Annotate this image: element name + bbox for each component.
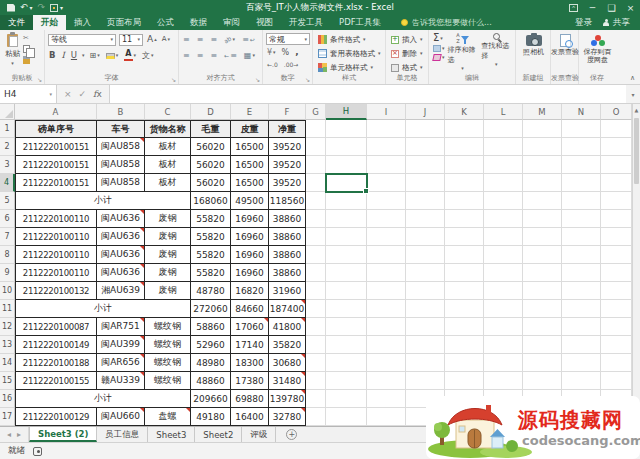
cell-O2[interactable] — [601, 138, 632, 156]
cell-O12[interactable] — [601, 318, 632, 336]
cell-M6[interactable] — [523, 210, 562, 228]
cell-G10[interactable] — [306, 282, 326, 300]
find-select-button[interactable]: 查找和选择 ▾ — [479, 33, 513, 67]
cell-B9[interactable]: 闽AU636 — [97, 264, 145, 282]
cell-D14[interactable]: 48980 — [191, 354, 231, 372]
tab-开发工具[interactable]: 开发工具 — [281, 15, 331, 30]
cell-D16[interactable]: 209660 — [191, 390, 231, 408]
row-header-3[interactable]: 3 — [0, 156, 15, 174]
cell-E8[interactable]: 16960 — [231, 246, 269, 264]
cell-E9[interactable]: 16960 — [231, 264, 269, 282]
cell-F15[interactable]: 31480 — [269, 372, 306, 390]
cell-K6[interactable] — [445, 210, 484, 228]
cell-B1[interactable]: 车号 — [97, 120, 145, 138]
cell-H9[interactable] — [326, 264, 367, 282]
restore-button[interactable]: ❑ — [602, 0, 621, 15]
cell-I10[interactable] — [367, 282, 406, 300]
cell-I1[interactable] — [367, 120, 406, 138]
cell-A8[interactable]: 2112220100110 — [15, 246, 97, 264]
cell-N10[interactable] — [562, 282, 601, 300]
cell-E3[interactable]: 16500 — [231, 156, 269, 174]
cell-C8[interactable]: 废钢 — [145, 246, 191, 264]
row-header-4[interactable]: 4 — [0, 174, 15, 192]
cut-button[interactable]: ✂ — [22, 35, 35, 42]
cell-C17[interactable]: 盘螺 — [145, 408, 191, 426]
cell-B6[interactable]: 闽AU636 — [97, 210, 145, 228]
cell-I11[interactable] — [367, 300, 406, 318]
cell-C15[interactable]: 螺纹钢 — [145, 372, 191, 390]
cell-M3[interactable] — [523, 156, 562, 174]
cell-K7[interactable] — [445, 228, 484, 246]
new-sheet-button[interactable]: + — [286, 427, 297, 442]
tab-页面布局[interactable]: 页面布局 — [99, 15, 149, 30]
tab-审阅[interactable]: 审阅 — [215, 15, 248, 30]
row-header-11[interactable]: 11 — [0, 300, 15, 318]
cell-C12[interactable]: 螺纹钢 — [145, 318, 191, 336]
cell-H2[interactable] — [326, 138, 367, 156]
cell-I6[interactable] — [367, 210, 406, 228]
row-header-6[interactable]: 6 — [0, 210, 15, 228]
cell-D15[interactable]: 48860 — [191, 372, 231, 390]
cell-L1[interactable] — [484, 120, 523, 138]
cell-N1[interactable] — [562, 120, 601, 138]
shrink-font-button[interactable]: A▾ — [161, 36, 171, 43]
autosum-button[interactable]: Σ▾ — [432, 33, 446, 43]
invoice-check-button[interactable]: 发票查验 — [549, 33, 581, 56]
row-header-2[interactable]: 2 — [0, 138, 15, 156]
cell-G5[interactable] — [306, 192, 326, 210]
cell-F10[interactable]: 31960 — [269, 282, 306, 300]
cell-B4[interactable]: 闽AU858 — [97, 174, 145, 192]
cell-J13[interactable] — [406, 336, 445, 354]
cell-A4[interactable]: 2112220100151 — [15, 174, 97, 192]
cell-I12[interactable] — [367, 318, 406, 336]
cell-J9[interactable] — [406, 264, 445, 282]
row-header-7[interactable]: 7 — [0, 228, 15, 246]
cell-E5[interactable]: 49500 — [231, 192, 269, 210]
cell-G7[interactable] — [306, 228, 326, 246]
align-top-button[interactable]: ≡ — [182, 36, 191, 44]
camera-button[interactable]: 照相机 — [521, 33, 546, 57]
cell-N9[interactable] — [562, 264, 601, 282]
cell-A5-subtotal[interactable]: 小计 — [15, 192, 191, 210]
cell-K12[interactable] — [445, 318, 484, 336]
cell-K10[interactable] — [445, 282, 484, 300]
cell-N4[interactable] — [562, 174, 601, 192]
accounting-format-button[interactable]: ¥▾ — [266, 49, 277, 57]
cell-D2[interactable]: 56020 — [191, 138, 231, 156]
cell-E12[interactable]: 17060 — [231, 318, 269, 336]
sign-in-link[interactable]: 登录 — [575, 17, 592, 29]
share-button[interactable]: 共享 — [602, 17, 630, 29]
cell-A2[interactable]: 2112220100151 — [15, 138, 97, 156]
cell-J4[interactable] — [406, 174, 445, 192]
decrease-indent-button[interactable]: ←≡ — [223, 52, 238, 60]
cell-O9[interactable] — [601, 264, 632, 282]
cell-L3[interactable] — [484, 156, 523, 174]
cell-I2[interactable] — [367, 138, 406, 156]
cell-K3[interactable] — [445, 156, 484, 174]
cell-J11[interactable] — [406, 300, 445, 318]
cell-I3[interactable] — [367, 156, 406, 174]
cell-B14[interactable]: 闽AR656 — [97, 354, 145, 372]
delete-cells-button[interactable]: ×删除▾ — [389, 47, 426, 60]
cell-H7[interactable] — [326, 228, 367, 246]
cell-L9[interactable] — [484, 264, 523, 282]
font-dialog-launcher-icon[interactable]: ↘ — [171, 77, 176, 83]
cell-J10[interactable] — [406, 282, 445, 300]
cell-E11[interactable]: 84660 — [231, 300, 269, 318]
row-header-1[interactable]: 1 — [0, 120, 15, 138]
cell-M14[interactable] — [523, 354, 562, 372]
baidu-save-button[interactable]: 保存到百度网盘 — [579, 33, 617, 64]
cell-L15[interactable] — [484, 372, 523, 390]
cell-H1[interactable] — [326, 120, 367, 138]
cell-O6[interactable] — [601, 210, 632, 228]
cell-I8[interactable] — [367, 246, 406, 264]
cell-F12[interactable]: 41800 — [269, 318, 306, 336]
cell-O11[interactable] — [601, 300, 632, 318]
cell-M2[interactable] — [523, 138, 562, 156]
cell-F2[interactable]: 39520 — [269, 138, 306, 156]
cell-F17[interactable]: 32780 — [269, 408, 306, 426]
cell-H15[interactable] — [326, 372, 367, 390]
cell-F11[interactable]: 187400 — [269, 300, 306, 318]
cell-O1[interactable] — [601, 120, 632, 138]
cell-N3[interactable] — [562, 156, 601, 174]
